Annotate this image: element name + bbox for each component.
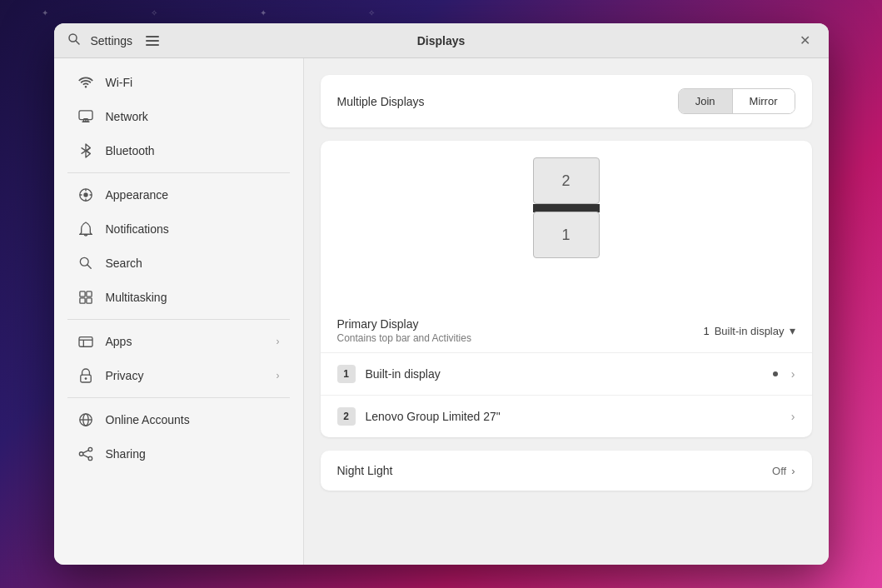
display-2-badge: 2 <box>337 407 356 426</box>
sidebar-item-search[interactable]: Search <box>61 247 296 280</box>
titlebar-right: ✕ <box>795 31 815 51</box>
night-light-right: Off › <box>772 465 795 477</box>
primary-display-title: Primary Display <box>337 317 471 331</box>
display-list-item-2[interactable]: 2 Lenovo Group Limited 27" › <box>321 395 812 437</box>
sidebar-item-apps[interactable]: Apps › <box>61 325 296 358</box>
multitasking-label: Multitasking <box>106 291 280 304</box>
sidebar-item-sharing[interactable]: Sharing <box>61 437 296 471</box>
display-config-card: 2 1 Primary Display Contains top bar and… <box>321 141 812 437</box>
search-icon <box>77 255 94 272</box>
night-light-status: Off <box>772 465 786 477</box>
svg-point-26 <box>88 456 92 461</box>
display-1-name: Built-in display <box>366 367 773 381</box>
sharing-icon <box>77 446 94 462</box>
night-light-chevron-icon: › <box>791 465 795 477</box>
display-2-name: Lenovo Group Limited 27" <box>366 410 791 423</box>
primary-display-select[interactable]: 1 Built-in display ▾ <box>703 324 795 337</box>
multiple-displays-label: Multiple Displays <box>337 95 425 108</box>
apps-icon <box>77 333 94 350</box>
sidebar-item-notifications[interactable]: Notifications <box>61 212 296 246</box>
primary-display-info: Primary Display Contains top bar and Act… <box>337 317 471 344</box>
multiple-displays-row: Multiple Displays Join Mirror <box>321 75 812 127</box>
wifi-label: Wi-Fi <box>106 76 280 89</box>
svg-point-20 <box>84 377 87 380</box>
main-content: Wi-Fi Network <box>54 58 829 565</box>
bluetooth-label: Bluetooth <box>106 144 280 157</box>
network-label: Network <box>106 110 280 123</box>
sidebar-divider-3 <box>67 397 290 398</box>
privacy-chevron: › <box>277 370 280 381</box>
svg-line-11 <box>87 265 90 268</box>
sidebar: Wi-Fi Network <box>54 58 304 565</box>
hamburger-button[interactable] <box>142 32 162 49</box>
window-title: Displays <box>417 34 466 47</box>
notifications-icon <box>77 221 94 237</box>
apps-chevron: › <box>277 336 280 347</box>
sharing-label: Sharing <box>106 447 280 461</box>
svg-rect-13 <box>86 292 91 296</box>
night-light-label: Night Light <box>337 464 393 477</box>
svg-point-24 <box>88 447 92 451</box>
display-box-1[interactable]: 1 <box>533 212 600 258</box>
settings-window: Settings Displays ✕ <box>54 23 829 565</box>
multiple-displays-card: Multiple Displays Join Mirror <box>321 75 812 127</box>
privacy-icon <box>77 367 94 384</box>
appearance-label: Appearance <box>106 188 280 202</box>
svg-point-25 <box>79 452 83 456</box>
mirror-button[interactable]: Mirror <box>732 89 795 113</box>
apps-label: Apps <box>106 335 265 348</box>
display-1-chevron-icon: › <box>791 367 795 381</box>
svg-rect-12 <box>79 292 84 296</box>
svg-rect-16 <box>79 337 92 347</box>
primary-display-subtitle: Contains top bar and Activities <box>337 332 471 344</box>
search-label: Search <box>106 257 280 270</box>
sidebar-divider-2 <box>67 319 290 320</box>
bluetooth-icon <box>77 142 94 159</box>
sidebar-item-appearance[interactable]: Appearance <box>61 178 296 212</box>
svg-point-9 <box>83 192 87 197</box>
primary-display-type: Built-in display <box>715 325 785 337</box>
settings-title: Settings <box>91 34 133 47</box>
join-button[interactable]: Join <box>679 89 732 113</box>
appearance-icon <box>77 187 94 203</box>
sidebar-item-multitasking[interactable]: Multitasking <box>61 281 296 314</box>
privacy-label: Privacy <box>106 369 265 382</box>
sidebar-item-network[interactable]: Network <box>61 100 296 133</box>
display-canvas: 2 1 <box>483 157 650 266</box>
titlebar: Settings Displays ✕ <box>54 23 829 58</box>
svg-rect-3 <box>79 111 92 120</box>
sidebar-item-online-accounts[interactable]: Online Accounts <box>61 403 296 436</box>
svg-line-27 <box>82 451 87 453</box>
sidebar-item-bluetooth[interactable]: Bluetooth <box>61 134 296 167</box>
display-box-2[interactable]: 2 <box>533 157 600 204</box>
display-list-item-1[interactable]: 1 Built-in display › <box>321 352 812 395</box>
sidebar-divider-1 <box>67 172 290 173</box>
cursor-indicator <box>773 371 778 376</box>
primary-display-row: Primary Display Contains top bar and Act… <box>321 307 812 352</box>
night-light-card: Night Light Off › <box>321 451 812 491</box>
svg-line-28 <box>82 455 87 457</box>
display-1-badge: 1 <box>337 365 356 383</box>
online-accounts-label: Online Accounts <box>106 413 280 426</box>
night-light-row[interactable]: Night Light Off › <box>321 451 812 491</box>
main-panel: Multiple Displays Join Mirror 2 <box>304 58 829 565</box>
sidebar-item-privacy[interactable]: Privacy › <box>61 359 296 392</box>
online-accounts-icon <box>77 411 94 428</box>
titlebar-left: Settings <box>67 32 163 49</box>
close-button[interactable]: ✕ <box>795 31 815 51</box>
network-icon <box>77 108 94 125</box>
display-preview: 2 1 <box>321 141 812 307</box>
primary-monitor-num: 1 <box>703 325 709 337</box>
search-icon-button[interactable] <box>67 32 81 48</box>
dropdown-arrow-icon[interactable]: ▾ <box>790 324 795 337</box>
svg-rect-15 <box>86 298 91 303</box>
svg-line-1 <box>76 41 79 44</box>
svg-rect-14 <box>79 298 84 303</box>
wifi-icon <box>77 74 94 91</box>
sidebar-item-wifi[interactable]: Wi-Fi <box>61 66 296 99</box>
display-2-chevron-icon: › <box>791 410 795 423</box>
multitasking-icon <box>77 289 94 306</box>
notifications-label: Notifications <box>106 222 280 236</box>
join-mirror-buttons: Join Mirror <box>678 88 795 114</box>
